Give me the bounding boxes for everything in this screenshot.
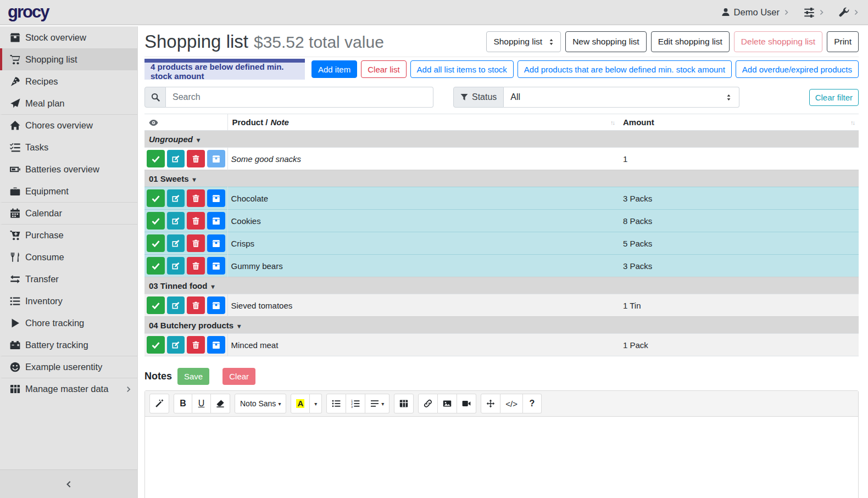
delete-item-button[interactable] bbox=[187, 296, 205, 314]
delete-item-button[interactable] bbox=[187, 212, 205, 230]
sidebar-item-shopping-list[interactable]: Shopping list bbox=[0, 48, 137, 70]
group-row-sweets[interactable]: 01 Sweets▾ bbox=[144, 170, 859, 187]
insert-link-button[interactable] bbox=[418, 394, 438, 413]
mark-done-button[interactable] bbox=[147, 212, 165, 230]
sidebar-item-manage-master-data[interactable]: Manage master data bbox=[0, 378, 137, 400]
font-color-label: A bbox=[296, 399, 304, 409]
help-button[interactable]: ? bbox=[523, 394, 542, 413]
edit-icon bbox=[171, 217, 180, 225]
edit-item-button[interactable] bbox=[167, 212, 185, 230]
sidebar-item-consume[interactable]: Consume bbox=[0, 246, 137, 268]
search-addon bbox=[144, 87, 166, 108]
add-to-stock-button[interactable] bbox=[207, 336, 225, 354]
sidebar-item-chore-tracking[interactable]: Chore tracking bbox=[0, 312, 137, 334]
sidebar-collapse-button[interactable] bbox=[0, 469, 137, 498]
add-to-stock-button[interactable] bbox=[207, 189, 225, 207]
mark-done-button[interactable] bbox=[147, 336, 165, 354]
delete-item-button[interactable] bbox=[187, 336, 205, 354]
chevron-right-icon bbox=[783, 9, 789, 15]
sidebar-item-example-userentity[interactable]: Example userentity bbox=[0, 356, 137, 378]
ordered-list-button[interactable] bbox=[346, 394, 365, 413]
settings-menu[interactable] bbox=[804, 7, 825, 18]
unordered-list-button[interactable] bbox=[326, 394, 346, 413]
status-select[interactable]: All bbox=[504, 87, 739, 108]
insert-table-button[interactable] bbox=[394, 394, 414, 413]
product-column-header[interactable]: Product / Note ↑↓ bbox=[227, 114, 619, 131]
sidebar-item-calendar[interactable]: Calendar bbox=[0, 202, 137, 224]
sidebar-item-tasks[interactable]: Tasks bbox=[0, 136, 137, 158]
search-input[interactable] bbox=[166, 87, 433, 108]
mark-done-button[interactable] bbox=[147, 234, 165, 252]
code-view-button[interactable]: </> bbox=[500, 394, 523, 413]
paragraph-button[interactable]: ▾ bbox=[365, 394, 390, 413]
font-color-button[interactable]: A bbox=[291, 394, 310, 413]
add-to-stock-button[interactable] bbox=[207, 296, 225, 314]
clear-list-button[interactable]: Clear list bbox=[361, 60, 406, 78]
user-menu[interactable]: Demo User bbox=[721, 7, 789, 18]
underline-button[interactable]: U bbox=[192, 394, 211, 413]
delete-shopping-list-button[interactable]: Delete shopping list bbox=[734, 31, 822, 52]
sidebar-item-battery-tracking[interactable]: Battery tracking bbox=[0, 334, 137, 356]
add-overdue-button[interactable]: Add overdue/expired products bbox=[736, 60, 859, 78]
group-row-butchery-products[interactable]: 04 Butchery products▾ bbox=[144, 317, 859, 334]
edit-shopping-list-button[interactable]: Edit shopping list bbox=[651, 31, 730, 52]
add-item-button[interactable]: Add item bbox=[311, 60, 357, 78]
chevron-right-icon bbox=[819, 9, 825, 15]
delete-item-button[interactable] bbox=[187, 257, 205, 275]
edit-item-button[interactable] bbox=[167, 296, 185, 314]
mark-done-button[interactable] bbox=[147, 296, 165, 314]
notes-editor-content[interactable] bbox=[145, 417, 858, 498]
add-below-min-button[interactable]: Add products that are below defined min.… bbox=[518, 60, 732, 78]
sidebar-item-stock-overview[interactable]: Stock overview bbox=[0, 26, 137, 48]
sidebar-item-batteries-overview[interactable]: Batteries overview bbox=[0, 158, 137, 180]
sort-icon[interactable]: ↑↓ bbox=[850, 119, 854, 126]
sidebar-item-inventory[interactable]: Inventory bbox=[0, 290, 137, 312]
mark-done-button[interactable] bbox=[147, 189, 165, 207]
print-button[interactable]: Print bbox=[827, 31, 859, 52]
bold-button[interactable]: B bbox=[174, 394, 192, 413]
sidebar-item-equipment[interactable]: Equipment bbox=[0, 180, 137, 202]
font-color-caret-button[interactable]: ▾ bbox=[310, 394, 322, 413]
amount-column-header[interactable]: Amount ↑↓ bbox=[619, 114, 859, 131]
mark-done-button[interactable] bbox=[147, 150, 165, 167]
sidebar-item-purchase[interactable]: Purchase bbox=[0, 224, 137, 246]
delete-item-button[interactable] bbox=[187, 189, 205, 207]
sidebar-item-meal-plan[interactable]: Meal plan bbox=[0, 92, 137, 114]
fullscreen-button[interactable] bbox=[481, 394, 500, 413]
clear-filter-button[interactable]: Clear filter bbox=[809, 89, 859, 106]
clear-formatting-button[interactable] bbox=[211, 394, 230, 413]
edit-item-button[interactable] bbox=[167, 257, 185, 275]
delete-item-button[interactable] bbox=[187, 234, 205, 252]
add-all-to-stock-button[interactable]: Add all list items to stock bbox=[410, 60, 514, 78]
add-to-stock-button[interactable] bbox=[207, 257, 225, 275]
insert-video-button[interactable] bbox=[457, 394, 476, 413]
below-min-stock-alert[interactable]: 4 products are below defined min. stock … bbox=[144, 59, 305, 80]
updown-arrows-icon bbox=[725, 94, 732, 101]
font-family-dropdown[interactable]: Noto Sans ▾ bbox=[235, 394, 286, 413]
sort-icon[interactable]: ↑↓ bbox=[610, 119, 614, 126]
visibility-column-header[interactable] bbox=[144, 114, 227, 131]
edit-item-button[interactable] bbox=[167, 150, 185, 167]
sidebar-item-chores-overview[interactable]: Chores overview bbox=[0, 114, 137, 136]
add-to-stock-button[interactable] bbox=[207, 150, 225, 167]
delete-item-button[interactable] bbox=[187, 150, 205, 167]
add-to-stock-button[interactable] bbox=[207, 212, 225, 230]
edit-item-button[interactable] bbox=[167, 189, 185, 207]
sidebar-item-recipes[interactable]: Recipes bbox=[0, 70, 137, 92]
sidebar-item-transfer[interactable]: Transfer bbox=[0, 268, 137, 290]
new-shopping-list-button[interactable]: New shopping list bbox=[565, 31, 646, 52]
add-to-stock-button[interactable] bbox=[207, 234, 225, 252]
group-row-ungrouped[interactable]: Ungrouped▾ bbox=[144, 131, 859, 148]
edit-icon bbox=[171, 194, 180, 203]
magic-wand-icon bbox=[155, 399, 164, 408]
style-button[interactable] bbox=[149, 394, 169, 413]
shopping-list-select[interactable]: Shopping list bbox=[486, 31, 561, 52]
insert-picture-button[interactable] bbox=[438, 394, 457, 413]
group-row-tinned-food[interactable]: 03 Tinned food▾ bbox=[144, 277, 859, 294]
edit-item-button[interactable] bbox=[167, 234, 185, 252]
edit-item-button[interactable] bbox=[167, 336, 185, 354]
admin-menu[interactable] bbox=[839, 7, 859, 18]
mark-done-button[interactable] bbox=[147, 257, 165, 275]
notes-save-button[interactable]: Save bbox=[177, 368, 209, 385]
notes-clear-button[interactable]: Clear bbox=[222, 368, 255, 385]
